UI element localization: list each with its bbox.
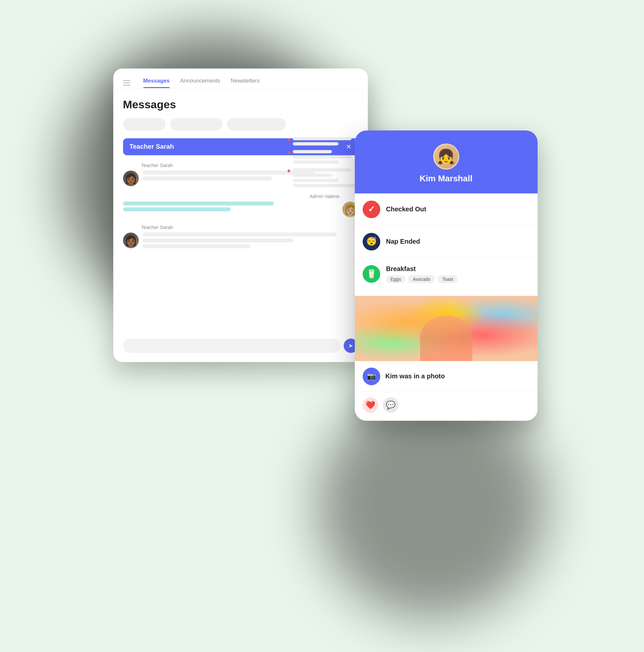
food-tag-eggs: Eggs [386, 275, 406, 283]
message-row-3 [123, 233, 358, 248]
filter-pill-1[interactable] [123, 118, 165, 131]
filter-pill-2[interactable] [170, 118, 222, 131]
checkmark-icon: ✓ [368, 204, 375, 214]
activity-item-breakfast[interactable]: 🥛 Breakfast Eggs Avocado Toast [355, 258, 538, 291]
scene-wrapper: Messages Announcements Newsletters Messa… [94, 49, 551, 603]
hamburger-line-2 [123, 83, 130, 83]
message-item-3: Teacher Sarah [123, 224, 358, 248]
food-tag-toast: Toast [438, 275, 458, 283]
message-item-2: Admin Valerie [123, 193, 358, 217]
r-line [293, 184, 358, 187]
tab-newsletters[interactable]: Newsletters [231, 78, 260, 88]
checked-out-icon: ✓ [363, 200, 380, 218]
photo-person-silhouette [420, 316, 472, 361]
right-line-group-2 [293, 150, 358, 164]
message-row-2 [123, 201, 358, 217]
message-bubbles-3 [143, 233, 358, 248]
msg-line [143, 233, 337, 237]
breakfast-icon: 🥛 [363, 265, 380, 283]
message-sender-2: Admin Valerie [123, 193, 340, 199]
r-line [293, 155, 352, 159]
desktop-nav: Messages Announcements Newsletters [113, 69, 368, 88]
food-icon: 🥛 [366, 269, 377, 279]
activity-list: ✓ Checked Out 😴 Nap Ended 🥛 [355, 193, 538, 296]
hamburger-icon[interactable] [123, 80, 130, 85]
mobile-header: 👧 Kim Marshall [355, 131, 538, 193]
nap-ended-text-area: Nap Ended [386, 238, 530, 245]
filter-pill-3[interactable] [227, 118, 286, 131]
right-line-group-1 [293, 137, 358, 145]
filter-bar [123, 118, 358, 131]
activity-item-nap-ended[interactable]: 😴 Nap Ended [355, 226, 538, 258]
tab-announcements[interactable]: Announcements [180, 78, 220, 88]
send-icon: ➤ [348, 342, 353, 349]
right-line-group-3 [293, 168, 358, 187]
r-line [293, 150, 332, 153]
mobile-user-name: Kim Marshall [420, 173, 473, 184]
msg-line [143, 238, 293, 242]
breakfast-title: Breakfast [386, 265, 530, 273]
activity-item-checked-out[interactable]: ✓ Checked Out [355, 193, 538, 226]
breakfast-text-area: Breakfast Eggs Avocado Toast [386, 265, 530, 283]
msg-line [143, 244, 250, 248]
camera-emoji-icon: 📷 [367, 372, 376, 381]
tab-messages[interactable]: Messages [143, 78, 170, 88]
r-line [293, 168, 352, 171]
camera-icon: 📷 [363, 368, 380, 385]
heart-reaction-button[interactable]: ❤️ [363, 397, 378, 413]
photo-section: 📷 Kim was in a photo ❤️ 💬 [355, 296, 538, 421]
nap-ended-title: Nap Ended [386, 238, 530, 245]
right-panel [293, 137, 358, 187]
message-input-row: ➤ [123, 338, 358, 353]
hamburger-line-3 [123, 85, 130, 85]
photo-caption-row: 📷 Kim was in a photo [355, 361, 538, 392]
avatar-emoji: 👧 [437, 148, 455, 165]
nap-ended-icon: 😴 [363, 233, 380, 250]
message-sender-3: Teacher Sarah [141, 224, 358, 230]
msg-line [143, 176, 272, 180]
msg-line [123, 201, 274, 206]
r-line [293, 161, 338, 164]
mobile-card: 👧 Kim Marshall ✓ Checked Out 😴 [355, 131, 538, 421]
selected-teacher-name: Teacher Sarah [130, 143, 174, 151]
r-line [293, 179, 338, 182]
r-line [293, 173, 332, 177]
food-tags: Eggs Avocado Toast [386, 275, 530, 283]
heart-icon: ❤️ [366, 401, 376, 410]
message-input[interactable] [123, 338, 340, 353]
sleep-icon: 😴 [366, 237, 377, 247]
comment-reaction-button[interactable]: 💬 [383, 397, 398, 413]
page-title: Messages [123, 98, 358, 111]
hamburger-line-1 [123, 80, 130, 81]
r-line [293, 137, 352, 140]
avatar: 👧 [433, 143, 459, 170]
desktop-card: Messages Announcements Newsletters Messa… [113, 69, 368, 362]
avatar-teacher-sarah2 [123, 233, 139, 248]
reaction-row: ❤️ 💬 [355, 392, 538, 421]
photo-caption-text: Kim was in a photo [385, 373, 445, 380]
message-bubbles-2 [123, 201, 338, 211]
food-tag-avocado: Avocado [408, 275, 435, 283]
checked-out-text-area: Checked Out [386, 206, 530, 213]
photo-image[interactable] [355, 296, 538, 361]
checked-out-title: Checked Out [386, 206, 530, 213]
msg-line [123, 208, 231, 211]
r-line [293, 142, 338, 145]
avatar-teacher-sarah [123, 170, 139, 186]
comment-icon: 💬 [386, 401, 395, 410]
